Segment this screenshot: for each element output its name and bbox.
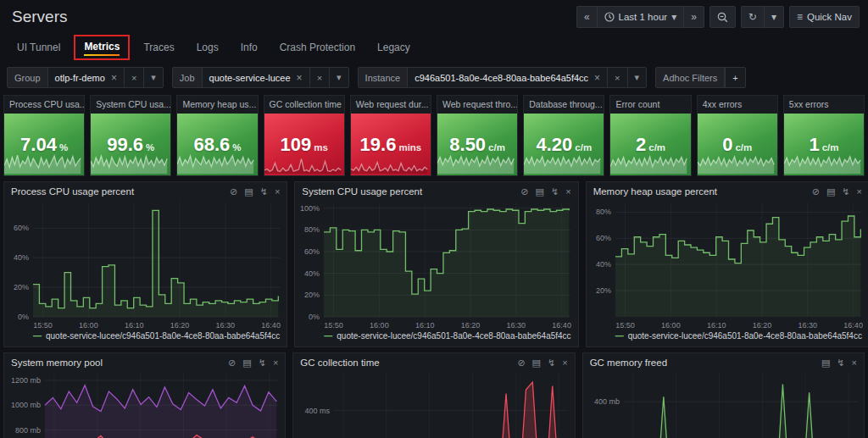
svg-text:16:40: 16:40 xyxy=(553,321,572,330)
svg-text:100%: 100% xyxy=(300,204,320,213)
chart-row-2: System memory pool ⊘ ▤ ↯ × 200 mb400 mb6… xyxy=(0,347,868,438)
timeseries-chart[interactable]: 0%20%40%60%80%100%15:5016:0016:1016:2016… xyxy=(297,200,572,330)
panel-copy-icon[interactable]: ▤ xyxy=(244,187,253,197)
filter-dropdown-icon[interactable]: ▾ xyxy=(329,68,348,87)
stat-4xx-errors[interactable]: 4xx errors 0c/m xyxy=(697,95,778,176)
tab-logs[interactable]: Logs xyxy=(188,36,227,61)
panel-copy-icon[interactable]: ▤ xyxy=(821,358,830,368)
dashboard-tabs: UI Tunnel Metrics Traces Logs Info Crash… xyxy=(0,31,868,61)
stat-database-throughput[interactable]: Database throug... 4.20c/m xyxy=(523,95,604,176)
panel-explore-icon[interactable]: ↯ xyxy=(260,187,268,197)
filter-dropdown-icon[interactable]: ▾ xyxy=(143,68,163,87)
tab-traces[interactable]: Traces xyxy=(135,36,182,61)
remove-value-icon[interactable]: × xyxy=(594,72,600,84)
time-toolbar: « Last 1 hour ▾ » ↻ ▾ ≡ Quick Nav xyxy=(576,6,860,28)
tab-legacy[interactable]: Legacy xyxy=(369,36,419,61)
filter-value[interactable]: c946a501-8a0e-4ce8-80aa-babe64a5f4cc× xyxy=(408,68,607,87)
legend-series-icon: — xyxy=(324,331,332,341)
svg-text:16:10: 16:10 xyxy=(707,321,726,330)
panel-edit-icon[interactable]: ⊘ xyxy=(812,187,820,197)
timeseries-chart[interactable]: 200 mb300 mb400 mb15:5016:0016:1016:2016… xyxy=(585,371,859,438)
chart-legend[interactable]: —quote-service-lucee/c946a501-8a0e-4ce8-… xyxy=(4,330,287,347)
panel-edit-icon[interactable]: ⊘ xyxy=(517,358,525,368)
svg-text:16:30: 16:30 xyxy=(216,321,236,330)
filter-value[interactable]: otlp-fr-demo× xyxy=(48,68,124,87)
panel-copy-icon[interactable]: ▤ xyxy=(242,358,251,368)
remove-value-icon[interactable]: × xyxy=(111,72,117,84)
panel-title: Memory heap usage percent xyxy=(593,186,717,197)
svg-text:400 mb: 400 mb xyxy=(594,397,620,406)
panel-edit-icon[interactable]: ⊘ xyxy=(228,358,236,368)
refresh-icon: ↻ xyxy=(748,12,757,22)
panel-edit-icon[interactable]: ⊘ xyxy=(230,187,237,197)
panel-explore-icon[interactable]: ↯ xyxy=(551,187,559,197)
stat-row: Process CPU usa... 7.04% System CPU usa.… xyxy=(0,93,868,176)
panel-edit-icon[interactable]: ⊘ xyxy=(520,187,528,197)
refresh-interval-dropdown[interactable]: ▾ xyxy=(764,6,784,28)
stat-gc-collection-time[interactable]: GC collection time 109ms xyxy=(264,95,345,176)
filter-clear-button[interactable]: × xyxy=(607,68,626,87)
panel-close-icon[interactable]: × xyxy=(857,187,862,197)
panel-explore-icon[interactable]: ↯ xyxy=(548,358,555,368)
quick-nav-label: Quick Nav xyxy=(807,12,852,22)
legend-series-icon: — xyxy=(33,331,42,341)
filter-dropdown-icon[interactable]: ▾ xyxy=(627,68,647,87)
panel-title: Process CPU usage percent xyxy=(11,186,134,197)
panel-copy-icon[interactable]: ▤ xyxy=(826,187,835,197)
panel-copy-icon[interactable]: ▤ xyxy=(532,358,541,368)
panel-close-icon[interactable]: × xyxy=(275,187,280,197)
svg-text:15:50: 15:50 xyxy=(325,321,344,330)
svg-text:15:50: 15:50 xyxy=(33,321,53,330)
svg-text:16:20: 16:20 xyxy=(461,321,481,330)
stat-system-cpu[interactable]: System CPU usa... 99.6% xyxy=(90,95,171,176)
time-shift-back-button[interactable]: « xyxy=(576,6,597,28)
stat-web-request-throughput[interactable]: Web request thro... 8.50c/m xyxy=(437,95,518,176)
panel-explore-icon[interactable]: ↯ xyxy=(842,187,849,197)
chart-legend[interactable]: —quote-service-lucee/c946a501-8a0e-4ce8-… xyxy=(587,330,868,347)
chart-legend[interactable]: —quote-service-lucee/c946a501-8a0e-4ce8-… xyxy=(295,330,577,347)
refresh-button[interactable]: ↻ xyxy=(741,6,764,28)
quick-nav-button[interactable]: ≡ Quick Nav xyxy=(789,6,860,28)
zoom-out-button[interactable] xyxy=(709,6,736,28)
panel-close-icon[interactable]: × xyxy=(273,358,278,368)
stat-5xx-errors[interactable]: 5xx errors 1c/m xyxy=(783,95,865,176)
panel-close-icon[interactable]: × xyxy=(852,358,857,368)
filter-clear-button[interactable]: × xyxy=(309,68,329,87)
timeseries-chart[interactable]: 200 mb400 mb600 mb800 mb1000 mb1200 mb15… xyxy=(6,371,280,438)
panel-system-cpu-chart: System CPU usage percent ⊘ ▤ ↯ × 0%20%40… xyxy=(294,181,578,347)
svg-text:60%: 60% xyxy=(14,224,29,232)
remove-value-icon[interactable]: × xyxy=(297,72,303,84)
svg-text:0%: 0% xyxy=(309,313,320,321)
clock-icon xyxy=(604,12,615,22)
tab-info[interactable]: Info xyxy=(232,36,266,61)
panel-close-icon[interactable]: × xyxy=(562,358,567,368)
timeseries-chart[interactable]: 0%20%40%60%15:5016:0016:1016:2016:3016:4… xyxy=(6,200,281,330)
tab-metrics[interactable]: Metrics xyxy=(84,41,120,56)
timeseries-chart[interactable]: 20%40%60%80%15:5016:0016:1016:2016:3016:… xyxy=(588,200,864,330)
adhoc-filters: Adhoc Filters + xyxy=(655,67,746,88)
stat-memory-heap[interactable]: Memory heap us... 68.6% xyxy=(176,95,258,176)
panel-explore-icon[interactable]: ↯ xyxy=(259,358,266,368)
filter-value[interactable]: quote-service-lucee× xyxy=(203,68,309,87)
filter-clear-button[interactable]: × xyxy=(124,68,143,87)
stat-web-request-duration[interactable]: Web request dur... 19.6mins xyxy=(350,95,431,176)
tab-ui-tunnel[interactable]: UI Tunnel xyxy=(8,36,69,61)
time-range-picker[interactable]: Last 1 hour ▾ xyxy=(597,6,684,28)
add-filter-button[interactable]: + xyxy=(725,68,744,87)
time-shift-forward-button[interactable]: » xyxy=(683,6,704,28)
svg-text:16:00: 16:00 xyxy=(661,321,681,330)
svg-text:20%: 20% xyxy=(14,283,29,291)
filter-label: Instance xyxy=(359,68,409,87)
tab-crash-protection[interactable]: Crash Protection xyxy=(271,36,364,61)
svg-text:60%: 60% xyxy=(304,247,320,256)
stat-process-cpu[interactable]: Process CPU usa... 7.04% xyxy=(3,95,85,176)
panel-close-icon[interactable]: × xyxy=(565,187,570,197)
panel-copy-icon[interactable]: ▤ xyxy=(536,187,544,197)
timeseries-chart[interactable]: 200 ms300 ms400 ms15:5016:0016:1016:2016… xyxy=(295,371,569,438)
stat-error-count[interactable]: Error count 2c/m xyxy=(609,95,691,176)
svg-text:40%: 40% xyxy=(14,253,29,262)
chart-row-1: Process CPU usage percent ⊘ ▤ ↯ × 0%20%4… xyxy=(0,176,868,347)
panel-title: System CPU usage percent xyxy=(302,186,422,197)
panel-explore-icon[interactable]: ↯ xyxy=(837,358,844,368)
chevron-down-icon: ▾ xyxy=(771,12,776,22)
